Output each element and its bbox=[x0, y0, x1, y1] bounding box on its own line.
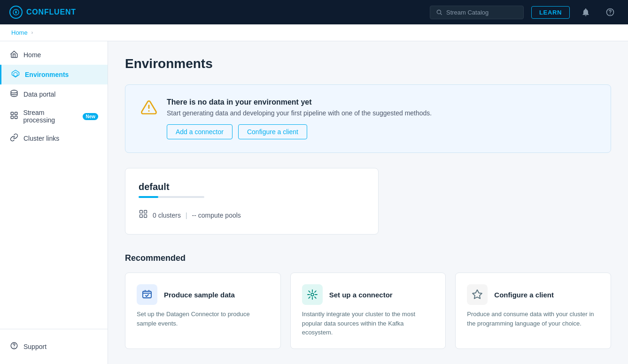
notice-banner: There is no data in your environment yet… bbox=[125, 84, 611, 153]
stream-catalog-search[interactable]: Stream Catalog bbox=[430, 6, 524, 19]
rec-card-title-1: Produce sample data bbox=[164, 291, 235, 299]
recommended-grid: Produce sample data Set up the Datagen C… bbox=[125, 273, 611, 349]
env-card-bar bbox=[139, 196, 204, 198]
svg-marker-5 bbox=[14, 72, 17, 76]
cluster-links-icon bbox=[9, 133, 19, 144]
rec-card-title-2: Set up a connector bbox=[329, 291, 393, 299]
help-button[interactable] bbox=[602, 6, 619, 19]
stream-processing-icon bbox=[9, 111, 18, 121]
warning-icon bbox=[140, 99, 157, 119]
rec-card-header-2: Set up a connector bbox=[302, 284, 434, 305]
breadcrumb-bar: Home › bbox=[0, 24, 628, 41]
sidebar-item-cluster-links[interactable]: Cluster links bbox=[0, 129, 108, 148]
sidebar-item-home[interactable]: Home bbox=[0, 45, 108, 65]
notice-actions: Add a connector Configure a client bbox=[167, 124, 432, 139]
logo-text: CONFLUENT bbox=[26, 8, 76, 16]
rec-card-header-1: Produce sample data bbox=[137, 284, 269, 305]
page-title: Environments bbox=[125, 56, 611, 71]
sidebar-item-data-portal[interactable]: Data portal bbox=[0, 84, 108, 104]
sidebar-label-support: Support bbox=[23, 343, 47, 350]
stream-processing-badge: New bbox=[83, 113, 98, 120]
rec-card-desc-1: Set up the Datagen Connector to produce … bbox=[137, 310, 269, 328]
cluster-icon bbox=[139, 209, 148, 221]
notice-body: There is no data in your environment yet… bbox=[167, 98, 432, 139]
environments-icon bbox=[11, 69, 20, 80]
svg-point-6 bbox=[11, 90, 17, 93]
learn-button[interactable]: LEARN bbox=[531, 6, 570, 19]
svg-rect-16 bbox=[144, 211, 147, 213]
search-placeholder: Stream Catalog bbox=[446, 9, 488, 16]
svg-rect-8 bbox=[15, 112, 17, 114]
notice-desc: Start generating data and developing you… bbox=[167, 109, 432, 117]
configure-client-icon bbox=[467, 284, 488, 305]
connector-icon bbox=[302, 284, 323, 305]
notifications-button[interactable] bbox=[577, 6, 594, 19]
add-connector-button[interactable]: Add a connector bbox=[167, 124, 233, 139]
svg-point-20 bbox=[311, 293, 314, 296]
rec-card-desc-2: Instantly integrate your cluster to the … bbox=[302, 310, 434, 337]
env-compute-pools: -- compute pools bbox=[192, 212, 241, 219]
rec-card-desc-3: Produce and consume data with your clust… bbox=[467, 310, 599, 328]
svg-point-12 bbox=[14, 347, 15, 348]
topnav: CONFLUENT Stream Catalog LEARN bbox=[0, 0, 628, 24]
svg-point-3 bbox=[610, 14, 611, 15]
svg-point-14 bbox=[148, 110, 150, 112]
breadcrumb-home[interactable]: Home bbox=[11, 29, 28, 36]
meta-separator: | bbox=[186, 212, 187, 219]
env-card-bar-fill bbox=[139, 196, 158, 198]
sidebar-label-cluster-links: Cluster links bbox=[23, 135, 59, 142]
svg-marker-21 bbox=[473, 290, 482, 299]
sidebar-item-environments[interactable]: Environments bbox=[0, 65, 108, 84]
svg-rect-9 bbox=[11, 116, 13, 119]
svg-rect-19 bbox=[143, 291, 151, 298]
svg-rect-18 bbox=[144, 215, 147, 218]
sidebar-label-stream-processing: Stream processing bbox=[23, 109, 76, 124]
search-icon bbox=[436, 9, 442, 15]
bell-icon bbox=[581, 8, 590, 17]
svg-rect-10 bbox=[15, 116, 17, 119]
produce-sample-icon bbox=[137, 284, 157, 305]
rec-card-produce-sample[interactable]: Produce sample data Set up the Datagen C… bbox=[125, 273, 281, 349]
sidebar-label-environments: Environments bbox=[25, 71, 69, 78]
sidebar-item-support[interactable]: Support bbox=[0, 337, 108, 356]
sidebar-divider bbox=[0, 329, 108, 329]
rec-card-title-3: Configure a client bbox=[494, 291, 554, 299]
home-icon bbox=[9, 50, 19, 60]
rec-card-configure-client[interactable]: Configure a client Produce and consume d… bbox=[455, 273, 611, 349]
env-clusters: 0 clusters bbox=[153, 212, 181, 219]
configure-client-button[interactable]: Configure a client bbox=[238, 124, 307, 139]
env-card-meta: 0 clusters | -- compute pools bbox=[139, 209, 365, 221]
recommended-section: Recommended Produce sample d bbox=[125, 253, 611, 349]
recommended-title: Recommended bbox=[125, 253, 611, 263]
data-portal-icon bbox=[9, 89, 19, 99]
env-card-name: default bbox=[139, 182, 365, 192]
environment-card[interactable]: default 0 clusters | -- compute pools bbox=[125, 168, 379, 235]
breadcrumb-sep: › bbox=[31, 30, 33, 35]
sidebar: Home Environments bbox=[0, 41, 108, 364]
sidebar-item-stream-processing[interactable]: Stream processing New bbox=[0, 104, 108, 129]
sidebar-label-home: Home bbox=[23, 51, 41, 59]
rec-card-header-3: Configure a client bbox=[467, 284, 599, 305]
sidebar-label-data-portal: Data portal bbox=[23, 91, 55, 98]
help-circle-icon bbox=[605, 8, 615, 17]
sidebar-bottom: Support bbox=[0, 333, 108, 360]
svg-rect-7 bbox=[11, 112, 13, 114]
logo-icon bbox=[9, 6, 23, 19]
notice-title: There is no data in your environment yet bbox=[167, 98, 432, 106]
sidebar-nav: Home Environments bbox=[0, 45, 108, 325]
support-icon bbox=[9, 341, 19, 352]
svg-rect-15 bbox=[140, 211, 143, 213]
main-content: Environments There is no data in your en… bbox=[108, 41, 628, 364]
logo[interactable]: CONFLUENT bbox=[9, 6, 76, 19]
svg-rect-17 bbox=[140, 215, 143, 218]
rec-card-connector[interactable]: Set up a connector Instantly integrate y… bbox=[290, 273, 446, 349]
svg-marker-4 bbox=[12, 70, 19, 77]
